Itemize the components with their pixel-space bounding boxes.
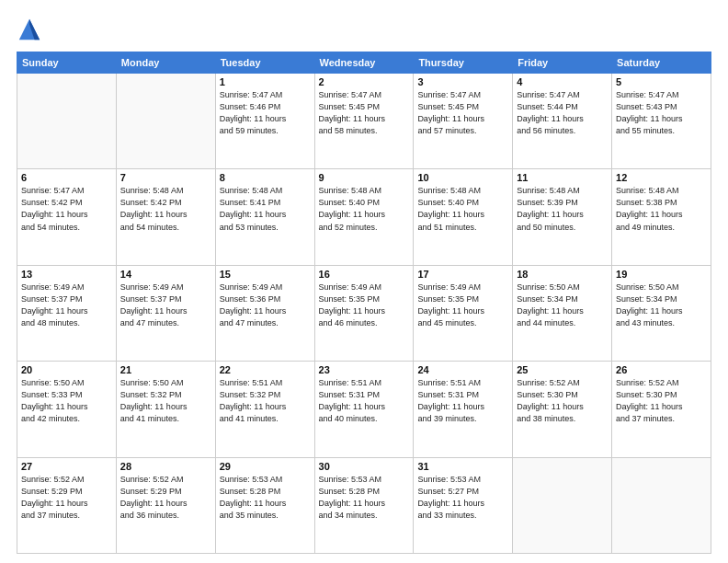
weekday-header-thursday: Thursday — [414, 52, 513, 74]
calendar-cell: 12Sunrise: 5:48 AM Sunset: 5:38 PM Dayli… — [612, 169, 711, 265]
logo — [17, 17, 46, 42]
day-number: 23 — [319, 364, 410, 375]
calendar-cell: 26Sunrise: 5:52 AM Sunset: 5:30 PM Dayli… — [612, 362, 711, 457]
calendar-cell: 29Sunrise: 5:53 AM Sunset: 5:28 PM Dayli… — [215, 457, 314, 553]
day-detail: Sunrise: 5:49 AM Sunset: 5:35 PM Dayligh… — [417, 282, 508, 329]
week-row-1: 1Sunrise: 5:47 AM Sunset: 5:46 PM Daylig… — [17, 74, 711, 169]
week-row-4: 20Sunrise: 5:50 AM Sunset: 5:33 PM Dayli… — [17, 362, 711, 457]
day-detail: Sunrise: 5:50 AM Sunset: 5:34 PM Dayligh… — [616, 282, 707, 329]
day-number: 16 — [319, 269, 410, 280]
day-detail: Sunrise: 5:50 AM Sunset: 5:34 PM Dayligh… — [517, 282, 608, 329]
day-number: 26 — [616, 364, 707, 375]
day-detail: Sunrise: 5:52 AM Sunset: 5:30 PM Dayligh… — [616, 377, 707, 425]
day-number: 25 — [517, 364, 608, 375]
calendar-cell — [17, 74, 117, 169]
day-number: 30 — [319, 461, 410, 472]
calendar-table: SundayMondayTuesdayWednesdayThursdayFrid… — [17, 52, 711, 554]
weekday-header-row: SundayMondayTuesdayWednesdayThursdayFrid… — [17, 52, 711, 74]
day-detail: Sunrise: 5:50 AM Sunset: 5:32 PM Dayligh… — [120, 377, 211, 425]
calendar-cell: 27Sunrise: 5:52 AM Sunset: 5:29 PM Dayli… — [17, 457, 117, 553]
logo-icon — [17, 17, 42, 42]
weekday-header-monday: Monday — [116, 52, 215, 74]
week-row-2: 6Sunrise: 5:47 AM Sunset: 5:42 PM Daylig… — [17, 169, 711, 265]
calendar-cell: 9Sunrise: 5:48 AM Sunset: 5:40 PM Daylig… — [314, 169, 414, 265]
calendar-cell: 23Sunrise: 5:51 AM Sunset: 5:31 PM Dayli… — [314, 362, 414, 457]
day-detail: Sunrise: 5:49 AM Sunset: 5:37 PM Dayligh… — [21, 282, 112, 329]
week-row-5: 27Sunrise: 5:52 AM Sunset: 5:29 PM Dayli… — [17, 457, 711, 553]
day-detail: Sunrise: 5:49 AM Sunset: 5:36 PM Dayligh… — [220, 282, 311, 329]
day-detail: Sunrise: 5:51 AM Sunset: 5:31 PM Dayligh… — [417, 377, 508, 425]
day-number: 18 — [517, 269, 608, 280]
day-detail: Sunrise: 5:52 AM Sunset: 5:30 PM Dayligh… — [517, 377, 608, 425]
calendar-cell: 19Sunrise: 5:50 AM Sunset: 5:34 PM Dayli… — [612, 265, 711, 361]
day-detail: Sunrise: 5:47 AM Sunset: 5:45 PM Dayligh… — [319, 89, 410, 137]
weekday-header-tuesday: Tuesday — [215, 52, 314, 74]
day-detail: Sunrise: 5:47 AM Sunset: 5:45 PM Dayligh… — [417, 89, 508, 137]
day-number: 6 — [21, 172, 112, 183]
calendar-cell: 7Sunrise: 5:48 AM Sunset: 5:42 PM Daylig… — [116, 169, 215, 265]
day-detail: Sunrise: 5:48 AM Sunset: 5:41 PM Dayligh… — [220, 185, 311, 233]
calendar-cell: 16Sunrise: 5:49 AM Sunset: 5:35 PM Dayli… — [314, 265, 414, 361]
calendar-cell: 14Sunrise: 5:49 AM Sunset: 5:37 PM Dayli… — [116, 265, 215, 361]
day-number: 20 — [21, 364, 112, 375]
calendar-cell — [513, 457, 612, 553]
calendar-cell: 17Sunrise: 5:49 AM Sunset: 5:35 PM Dayli… — [414, 265, 513, 361]
calendar-cell: 24Sunrise: 5:51 AM Sunset: 5:31 PM Dayli… — [414, 362, 513, 457]
day-detail: Sunrise: 5:48 AM Sunset: 5:39 PM Dayligh… — [517, 185, 608, 233]
calendar-cell: 25Sunrise: 5:52 AM Sunset: 5:30 PM Dayli… — [513, 362, 612, 457]
header — [17, 17, 711, 42]
calendar-cell: 8Sunrise: 5:48 AM Sunset: 5:41 PM Daylig… — [215, 169, 314, 265]
calendar-cell: 4Sunrise: 5:47 AM Sunset: 5:44 PM Daylig… — [513, 74, 612, 169]
calendar-cell: 3Sunrise: 5:47 AM Sunset: 5:45 PM Daylig… — [414, 74, 513, 169]
calendar-cell: 22Sunrise: 5:51 AM Sunset: 5:32 PM Dayli… — [215, 362, 314, 457]
day-detail: Sunrise: 5:49 AM Sunset: 5:37 PM Dayligh… — [120, 282, 211, 329]
day-detail: Sunrise: 5:52 AM Sunset: 5:29 PM Dayligh… — [21, 474, 112, 522]
day-number: 24 — [417, 364, 508, 375]
calendar-cell: 20Sunrise: 5:50 AM Sunset: 5:33 PM Dayli… — [17, 362, 117, 457]
day-detail: Sunrise: 5:48 AM Sunset: 5:40 PM Dayligh… — [319, 185, 410, 233]
day-number: 5 — [616, 76, 707, 87]
day-detail: Sunrise: 5:47 AM Sunset: 5:44 PM Dayligh… — [517, 89, 608, 137]
day-number: 8 — [220, 172, 311, 183]
day-detail: Sunrise: 5:51 AM Sunset: 5:32 PM Dayligh… — [220, 377, 311, 425]
calendar-cell — [612, 457, 711, 553]
day-detail: Sunrise: 5:53 AM Sunset: 5:27 PM Dayligh… — [417, 474, 508, 522]
day-number: 9 — [319, 172, 410, 183]
day-number: 14 — [120, 269, 211, 280]
calendar-cell: 11Sunrise: 5:48 AM Sunset: 5:39 PM Dayli… — [513, 169, 612, 265]
day-number: 31 — [417, 461, 508, 472]
day-number: 4 — [517, 76, 608, 87]
calendar-cell: 15Sunrise: 5:49 AM Sunset: 5:36 PM Dayli… — [215, 265, 314, 361]
calendar-cell: 6Sunrise: 5:47 AM Sunset: 5:42 PM Daylig… — [17, 169, 117, 265]
day-detail: Sunrise: 5:52 AM Sunset: 5:29 PM Dayligh… — [120, 474, 211, 522]
day-number: 7 — [120, 172, 211, 183]
calendar-cell: 5Sunrise: 5:47 AM Sunset: 5:43 PM Daylig… — [612, 74, 711, 169]
calendar-cell: 13Sunrise: 5:49 AM Sunset: 5:37 PM Dayli… — [17, 265, 117, 361]
day-detail: Sunrise: 5:53 AM Sunset: 5:28 PM Dayligh… — [220, 474, 311, 522]
day-number: 2 — [319, 76, 410, 87]
day-detail: Sunrise: 5:51 AM Sunset: 5:31 PM Dayligh… — [319, 377, 410, 425]
day-number: 19 — [616, 269, 707, 280]
day-detail: Sunrise: 5:48 AM Sunset: 5:40 PM Dayligh… — [417, 185, 508, 233]
calendar-cell: 2Sunrise: 5:47 AM Sunset: 5:45 PM Daylig… — [314, 74, 414, 169]
day-detail: Sunrise: 5:50 AM Sunset: 5:33 PM Dayligh… — [21, 377, 112, 425]
day-number: 15 — [220, 269, 311, 280]
day-number: 27 — [21, 461, 112, 472]
weekday-header-wednesday: Wednesday — [314, 52, 414, 74]
day-number: 1 — [220, 76, 311, 87]
day-number: 17 — [417, 269, 508, 280]
day-detail: Sunrise: 5:47 AM Sunset: 5:46 PM Dayligh… — [220, 89, 311, 137]
week-row-3: 13Sunrise: 5:49 AM Sunset: 5:37 PM Dayli… — [17, 265, 711, 361]
weekday-header-sunday: Sunday — [17, 52, 117, 74]
day-number: 10 — [417, 172, 508, 183]
day-number: 3 — [417, 76, 508, 87]
day-number: 12 — [616, 172, 707, 183]
page: SundayMondayTuesdayWednesdayThursdayFrid… — [0, 0, 728, 563]
day-detail: Sunrise: 5:47 AM Sunset: 5:42 PM Dayligh… — [21, 185, 112, 233]
calendar-cell — [116, 74, 215, 169]
day-detail: Sunrise: 5:53 AM Sunset: 5:28 PM Dayligh… — [319, 474, 410, 522]
day-detail: Sunrise: 5:48 AM Sunset: 5:38 PM Dayligh… — [616, 185, 707, 233]
day-number: 13 — [21, 269, 112, 280]
day-number: 21 — [120, 364, 211, 375]
day-number: 28 — [120, 461, 211, 472]
